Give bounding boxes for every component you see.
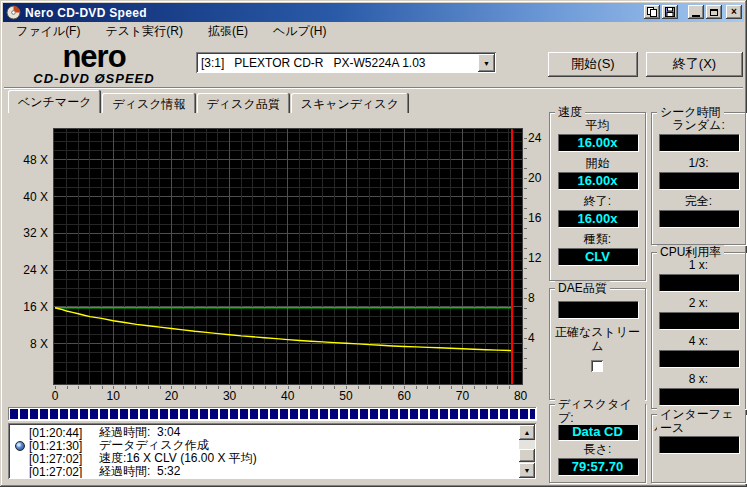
tab-3[interactable]: スキャンディスク xyxy=(291,93,409,113)
cpu-usage-group: CPU利用率 1 x:2 x:4 x:8 x: xyxy=(651,252,746,409)
tab-strip: ベンチマークディスク情報ディスク品質スキャンディスク xyxy=(8,90,410,113)
chevron-down-icon: ▼ xyxy=(483,60,490,67)
tab-2[interactable]: ディスク品質 xyxy=(197,93,290,113)
disc-type-group: ディスクタイプ: 種類Data CD長さ:79:57.70 xyxy=(549,404,646,483)
x-tick-label: 80 xyxy=(509,389,533,403)
speed-value-display: 16.00x xyxy=(558,134,638,151)
speed-field-label: 開始 xyxy=(550,157,645,170)
seek-time-group-title: シーク時間 xyxy=(657,105,724,119)
dae-quality-group: DAE品質 正確なストリーム xyxy=(549,288,646,400)
drive-select-dropdown-button[interactable]: ▼ xyxy=(478,54,495,72)
cpu-usage-group-title: CPU利用率 xyxy=(657,245,724,259)
x-tick-label: 0 xyxy=(43,389,67,403)
cpu-value-display xyxy=(659,350,739,367)
log-entry-time: [01:20:44] xyxy=(29,426,89,440)
disc-type-group-title: ディスクタイプ: xyxy=(555,397,645,425)
minimize-icon xyxy=(692,15,700,17)
title-bar[interactable]: Nero CD-DVD Speed × xyxy=(3,3,744,22)
dae-group-title: DAE品質 xyxy=(555,281,610,295)
x-tick-label: 30 xyxy=(218,389,242,403)
log-entry-3: [01:27:02]経過時間: 5:32 xyxy=(11,465,517,478)
minimize-button[interactable] xyxy=(688,5,704,19)
tab-1[interactable]: ディスク情報 xyxy=(102,93,195,113)
seek-field-label: 完全: xyxy=(652,195,745,208)
y-left-tick-label: 32 X xyxy=(8,226,48,240)
speed-field-label: 終了: xyxy=(550,195,645,208)
disc-value-display: 79:57.70 xyxy=(558,458,638,475)
dae-quality-display xyxy=(558,301,638,318)
drive-select-value: [3:1] PLEXTOR CD-R PX-W5224A 1.03 xyxy=(201,56,426,70)
y-left-tick-label: 48 X xyxy=(8,153,48,167)
disc-field-label: 長さ: xyxy=(550,443,645,456)
scroll-down-icon: ▼ xyxy=(524,467,531,474)
x-tick-label: 20 xyxy=(159,389,183,403)
log-scrollbar[interactable]: ▲ ▼ xyxy=(519,425,535,478)
log-entry-1: [01:21:30]データディスク作成 xyxy=(11,439,517,452)
drive-select[interactable]: [3:1] PLEXTOR CD-R PX-W5224A 1.03 ▼ xyxy=(196,52,497,74)
toolbar-separator xyxy=(4,87,743,88)
speed-value-display: 16.00x xyxy=(558,210,638,227)
window-title: Nero CD-DVD Speed xyxy=(25,6,147,20)
seek-field-label: ランダム: xyxy=(652,119,745,132)
log-entry-time: [01:27:02] xyxy=(29,465,89,479)
scroll-up-button[interactable]: ▲ xyxy=(519,425,535,440)
seek-value-display xyxy=(659,210,739,227)
app-window: Nero CD-DVD Speed × ファイル(F)テ xyxy=(0,0,747,487)
interface-group-title: インターフェース xyxy=(657,407,745,435)
log-entry-0: [01:20:44]経過時間: 3:04 xyxy=(11,426,517,439)
x-tick-label: 50 xyxy=(334,389,358,403)
log-entry-2: [01:27:02]速度:16 X CLV (16.00 X 平均) xyxy=(11,452,517,465)
tab-0[interactable]: ベンチマーク xyxy=(8,90,101,113)
cpu-value-display xyxy=(659,388,739,405)
save-results-button[interactable] xyxy=(662,5,678,19)
status-log[interactable]: [01:20:44]経過時間: 3:04[01:21:30]データディスク作成[… xyxy=(8,423,537,480)
floppy-save-icon xyxy=(665,7,675,17)
accurate-stream-checkbox[interactable] xyxy=(591,360,604,373)
speed-group-title: 速度 xyxy=(555,105,585,119)
speed-group: 速度 平均16.00x開始16.00x終了:16.00x種類:CLV xyxy=(549,112,646,281)
seek-value-display xyxy=(659,172,739,189)
x-tick-label: 60 xyxy=(392,389,416,403)
copy-results-button[interactable] xyxy=(644,5,660,19)
log-entry-text: 経過時間: 5:32 xyxy=(99,463,180,478)
app-icon xyxy=(6,5,21,20)
speed-value-display: CLV xyxy=(558,248,638,265)
cpu-field-label: 8 x: xyxy=(652,373,745,386)
scrollbar-thumb[interactable] xyxy=(519,449,535,462)
x-tick-label: 70 xyxy=(450,389,474,403)
start-button[interactable]: 開始(S) xyxy=(548,52,638,77)
accurate-stream-label: 正確なストリーム xyxy=(550,325,645,353)
cpu-field-label: 4 x: xyxy=(652,335,745,348)
copy-icon xyxy=(647,7,657,17)
right-axis-ticks xyxy=(524,129,527,377)
scroll-up-icon: ▲ xyxy=(524,429,531,436)
exit-button[interactable]: 終了(X) xyxy=(646,52,743,77)
cpu-field-label: 1 x: xyxy=(652,259,745,272)
close-icon: × xyxy=(731,7,737,17)
cpu-value-display xyxy=(659,274,739,291)
interface-group: インターフェース バーストレート: xyxy=(651,414,746,483)
speed-value-display: 16.00x xyxy=(558,172,638,189)
log-entry-icon-slot xyxy=(11,441,29,451)
chart-canvas xyxy=(54,129,522,384)
nero-logo-word: nero xyxy=(10,42,178,72)
seek-value-display xyxy=(659,134,739,151)
maximize-button[interactable] xyxy=(706,5,722,19)
scroll-down-button[interactable]: ▼ xyxy=(519,463,535,478)
menu-item-2[interactable]: 拡張(E) xyxy=(199,21,257,43)
iface-value-display xyxy=(659,436,739,453)
menu-item-3[interactable]: ヘルプ(H) xyxy=(264,21,336,43)
y-left-tick-label: 40 X xyxy=(8,190,48,204)
x-tick-label: 10 xyxy=(101,389,125,403)
seek-time-group: シーク時間 ランダム:1/3:完全: xyxy=(651,112,746,245)
y-left-tick-label: 16 X xyxy=(8,300,48,314)
speed-field-label: 平均 xyxy=(550,119,645,132)
close-button[interactable]: × xyxy=(726,5,742,19)
disc-value-display: Data CD xyxy=(558,423,638,440)
nero-logo-subtitle: CD-DVD ØSPEED xyxy=(10,72,178,85)
y-left-tick-label: 24 X xyxy=(8,263,48,277)
seek-field-label: 1/3: xyxy=(652,157,745,170)
test-progress-bar xyxy=(8,407,537,421)
progress-fill xyxy=(10,409,535,419)
cd-icon xyxy=(15,441,25,451)
